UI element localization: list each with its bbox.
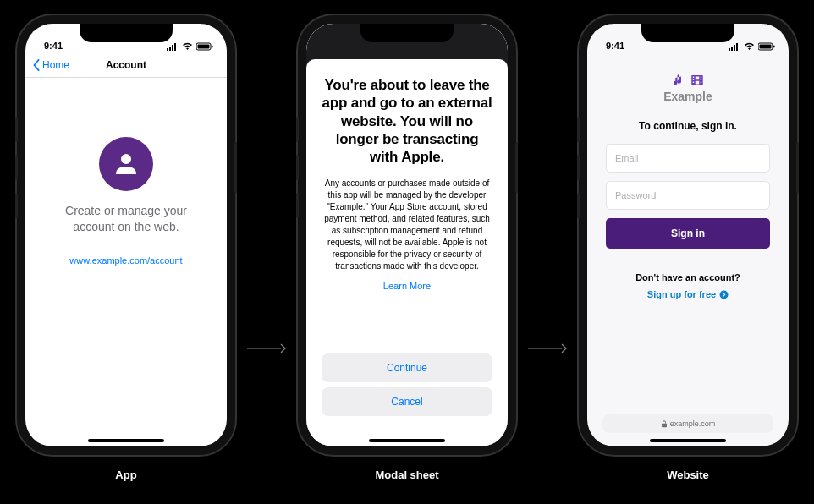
password-placeholder: Password: [615, 190, 656, 200]
svg-rect-31: [696, 77, 700, 80]
signin-button[interactable]: Sign in: [606, 218, 770, 249]
svg-rect-1: [169, 47, 171, 51]
film-icon: [690, 73, 705, 88]
music-note-icon: [671, 73, 686, 88]
phone-app: 9:41 Home Account: [17, 15, 235, 455]
svg-rect-0: [167, 48, 168, 51]
modal-sheet: You're about to leave the app and go to …: [306, 59, 508, 446]
signup-link[interactable]: Sign up for free: [647, 289, 729, 299]
svg-rect-23: [773, 46, 775, 48]
continue-button[interactable]: Continue: [322, 353, 492, 382]
svg-rect-2: [172, 45, 173, 51]
svg-point-7: [121, 154, 131, 164]
back-label: Home: [42, 59, 69, 71]
svg-rect-6: [212, 46, 213, 48]
arrow-right-circle-icon: [719, 290, 729, 299]
status-time: 9:41: [44, 41, 63, 51]
svg-rect-20: [736, 43, 738, 51]
arrow-icon: [528, 342, 567, 358]
account-link[interactable]: www.example.com/account: [51, 255, 201, 266]
arrow-icon: [247, 342, 286, 358]
signal-icon: [729, 42, 740, 51]
learn-more-link[interactable]: Learn More: [322, 281, 492, 291]
avatar-icon: [99, 137, 153, 191]
svg-rect-19: [734, 45, 735, 51]
svg-rect-18: [731, 47, 733, 51]
notch: [80, 24, 173, 42]
home-indicator[interactable]: [88, 439, 164, 442]
svg-rect-17: [729, 48, 730, 51]
brand-name: Example: [606, 90, 770, 103]
caption-website: Website: [667, 468, 709, 481]
svg-rect-29: [701, 79, 702, 81]
back-button[interactable]: Home: [32, 59, 69, 71]
modal-heading: You're about to leave the app and go to …: [322, 76, 492, 166]
email-placeholder: Email: [615, 153, 639, 163]
svg-rect-27: [693, 82, 695, 84]
svg-rect-34: [662, 423, 667, 427]
notch: [360, 24, 454, 42]
phone-website: 9:41 Example To continue, sign in. Email: [579, 15, 797, 455]
notch: [641, 24, 734, 42]
signal-icon: [167, 42, 179, 51]
home-indicator[interactable]: [650, 439, 726, 442]
password-field[interactable]: Password: [606, 181, 770, 210]
svg-rect-22: [760, 45, 772, 49]
svg-rect-32: [696, 81, 700, 85]
svg-rect-5: [198, 45, 210, 49]
svg-rect-30: [701, 82, 702, 84]
home-indicator[interactable]: [369, 439, 445, 442]
chevron-left-icon: [32, 59, 41, 71]
signup-label: Sign up for free: [647, 289, 716, 299]
svg-point-33: [720, 290, 729, 299]
svg-rect-28: [701, 77, 702, 79]
modal-body: Any accounts or purchases made outside o…: [322, 178, 492, 272]
svg-rect-26: [693, 79, 695, 81]
svg-rect-3: [174, 43, 176, 51]
signin-prompt: To continue, sign in.: [606, 120, 770, 132]
no-account-text: Don't have an account?: [606, 272, 770, 282]
phone-modal: 9:41 You're about to leave the app and g…: [298, 15, 516, 455]
svg-rect-25: [693, 77, 695, 79]
nav-bar: Home Account: [25, 52, 227, 78]
battery-icon: [758, 42, 775, 51]
brand-logo: [606, 73, 770, 88]
wifi-icon: [744, 42, 755, 51]
caption-app: App: [115, 468, 136, 481]
url-bar[interactable]: example.com: [602, 414, 773, 433]
cancel-button[interactable]: Cancel: [322, 387, 492, 416]
caption-modal: Modal sheet: [375, 468, 438, 481]
account-message: Create or manage your account on the web…: [51, 203, 201, 235]
url-text: example.com: [670, 419, 716, 428]
lock-icon: [661, 420, 668, 428]
wifi-icon: [182, 42, 193, 51]
status-time: 9:41: [606, 41, 624, 51]
battery-icon: [196, 42, 213, 51]
email-field[interactable]: Email: [606, 144, 770, 173]
